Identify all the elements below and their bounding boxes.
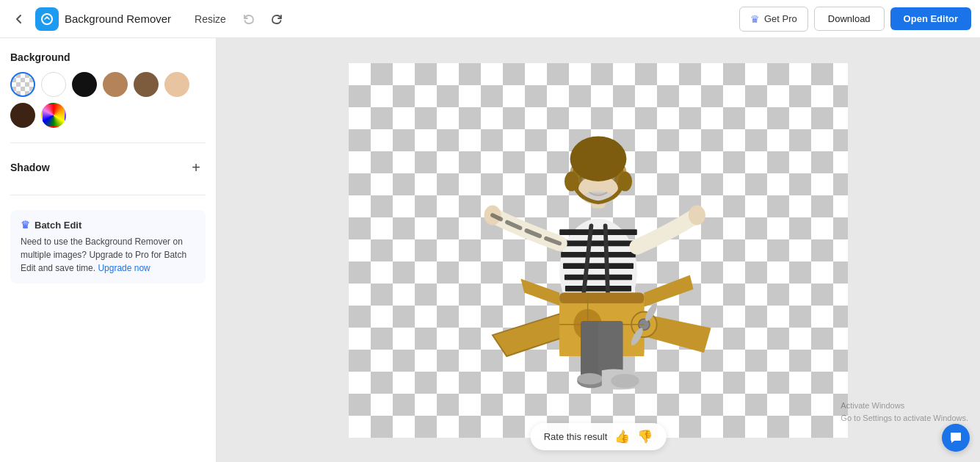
- swatch-skin[interactable]: [164, 72, 189, 97]
- canvas-area: Rate this result 👍 👎 Activate Windows Go…: [217, 38, 980, 462]
- upgrade-link[interactable]: Upgrade now: [98, 263, 150, 273]
- divider-1: [10, 142, 206, 143]
- svg-point-0: [42, 14, 52, 24]
- divider-2: [10, 195, 206, 195]
- swatch-brown1[interactable]: [103, 72, 128, 97]
- thumbup-button[interactable]: 👍: [614, 429, 630, 444]
- redo-button[interactable]: [266, 8, 288, 30]
- swatch-brown2[interactable]: [134, 72, 159, 97]
- svg-rect-5: [563, 263, 634, 269]
- swatch-rainbow[interactable]: [41, 103, 66, 128]
- swatch-black[interactable]: [72, 72, 97, 97]
- rate-bar: Rate this result 👍 👎: [531, 423, 667, 450]
- open-editor-button[interactable]: Open Editor: [890, 7, 971, 30]
- color-swatches: [10, 72, 206, 128]
- undo-button[interactable]: [238, 8, 260, 30]
- thumbdown-button[interactable]: 👎: [637, 429, 653, 444]
- chat-bubble-button[interactable]: [942, 424, 970, 452]
- svg-rect-36: [598, 321, 623, 378]
- swatch-transparent[interactable]: [10, 72, 35, 97]
- subject-image: [349, 63, 848, 438]
- svg-rect-4: [561, 251, 636, 257]
- resize-button[interactable]: Resize: [189, 10, 232, 28]
- batch-section: ♛ Batch Edit Need to use the Background …: [10, 210, 206, 284]
- batch-crown-icon: ♛: [21, 219, 30, 231]
- svg-rect-2: [559, 229, 637, 235]
- shadow-section: Shadow +: [10, 152, 206, 183]
- topbar: Background Remover Resize ♛ Get Pro Down…: [0, 0, 980, 38]
- background-title: Background: [10, 51, 206, 63]
- svg-rect-3: [559, 240, 637, 246]
- swatch-darkbrown[interactable]: [10, 103, 35, 128]
- svg-rect-26: [559, 292, 644, 303]
- get-pro-button[interactable]: ♛ Get Pro: [739, 7, 808, 32]
- topbar-left: Background Remover Resize: [9, 7, 732, 31]
- shadow-add-button[interactable]: +: [186, 158, 206, 177]
- svg-point-11: [689, 205, 705, 225]
- image-container: [349, 63, 848, 438]
- main-layout: Background Shadow + ♛ Batch Edit Need to…: [0, 38, 980, 462]
- svg-point-24: [570, 136, 627, 181]
- svg-point-22: [565, 171, 578, 191]
- rate-label: Rate this result: [544, 431, 608, 442]
- sidebar: Background Shadow + ♛ Batch Edit Need to…: [0, 38, 217, 462]
- batch-title: ♛ Batch Edit: [21, 219, 195, 231]
- shadow-title: Shadow: [10, 162, 50, 173]
- download-button[interactable]: Download: [814, 7, 885, 31]
- svg-rect-6: [565, 274, 632, 280]
- app-logo: [35, 7, 59, 31]
- back-button[interactable]: [9, 9, 29, 29]
- batch-text: Need to use the Background Remover on mu…: [21, 235, 195, 275]
- app-title: Background Remover: [65, 12, 171, 25]
- activate-watermark: Activate Windows Go to Settings to activ…: [841, 400, 968, 424]
- svg-point-38: [577, 373, 603, 384]
- svg-point-23: [618, 171, 632, 191]
- swatch-white[interactable]: [41, 72, 66, 97]
- svg-point-39: [611, 374, 639, 388]
- topbar-right: ♛ Get Pro Download Open Editor: [739, 7, 971, 32]
- svg-rect-7: [565, 286, 631, 292]
- crown-icon: ♛: [750, 13, 760, 25]
